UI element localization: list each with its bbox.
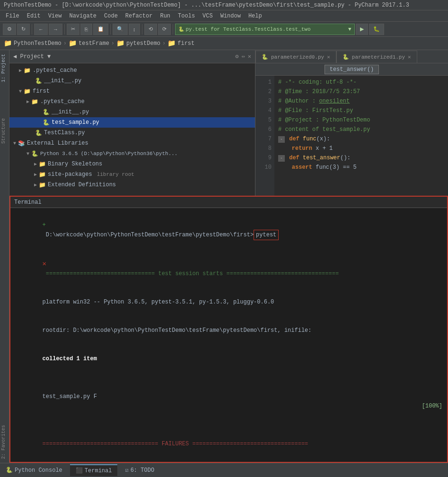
- chevron-icon: ▼: [19, 89, 22, 94]
- tree-item-testclass[interactable]: 🐍 TestClass.py: [9, 128, 255, 138]
- testframe-folder-icon: 📁: [69, 39, 77, 47]
- first-folder-icon: 📁: [167, 39, 176, 47]
- terminal-prompt-line: + D:\workcode\python\PythonTestDemo\test…: [15, 211, 442, 250]
- terminal-blank1: [15, 373, 442, 382]
- toolbar-forward-btn[interactable]: →: [49, 24, 62, 35]
- tab-parameterized0[interactable]: 🐍 parameterized0.py ✕: [255, 51, 336, 63]
- platform-text: platform win32 -- Python 3.6.5, pytest-3…: [43, 299, 274, 305]
- tree-item-pytest-cache-first[interactable]: ▶ 📁 .pytest_cache: [9, 96, 255, 107]
- project-close-icon[interactable]: ✕: [248, 53, 251, 60]
- tree-item-pytest-cache[interactable]: ▶ 📁 .pytest_cache: [9, 65, 255, 76]
- tab-label: parameterized1.py: [352, 54, 405, 60]
- fold-icon-7[interactable]: -: [278, 136, 285, 143]
- breadcrumb-pytestdemo[interactable]: 📁 pytestDemo: [116, 39, 160, 47]
- file-py-icon: 🐍: [35, 130, 42, 137]
- file-py-icon: 🐍: [43, 109, 50, 116]
- tree-item-init2[interactable]: 🐍 __init__.py: [9, 107, 255, 117]
- tree-item-init1[interactable]: 🐍 __init__.py: [9, 76, 255, 86]
- menu-run[interactable]: Run: [157, 12, 173, 20]
- folder-icon: 📁: [24, 88, 31, 95]
- tree-item-binary-skeletons[interactable]: ▶ 📁 Binary Skeletons: [9, 159, 255, 169]
- pytestdemo-folder-icon: 📁: [116, 39, 124, 47]
- terminal-failures-line: ================================== FAILU…: [15, 430, 442, 458]
- menu-help[interactable]: Help: [246, 12, 265, 20]
- python-icon: 🐍: [31, 150, 38, 157]
- toolbar-cut-btn[interactable]: ✂: [67, 24, 79, 35]
- toolbar-copy-btn[interactable]: ⎘: [80, 24, 92, 35]
- tab-parameterized1[interactable]: 🐍 parameterized1.py ✕: [336, 51, 417, 63]
- menu-tools[interactable]: Tools: [175, 12, 198, 20]
- vert-label-favorites[interactable]: 2: Favorites: [0, 421, 9, 463]
- vert-labels: 1: Project Structure 2: Favorites: [0, 50, 9, 463]
- test-answer-badge[interactable]: test_answer(): [325, 65, 379, 74]
- vert-label-structure[interactable]: Structure: [0, 114, 9, 147]
- toolbar-redo-btn[interactable]: ⟳: [158, 24, 171, 35]
- terminal-icon: ⬛: [76, 467, 83, 474]
- project-settings-icon[interactable]: ⚙: [235, 53, 238, 60]
- tree-item-site-packages[interactable]: ▶ 📁 site-packages library root: [9, 169, 255, 180]
- tree-item-external-libs[interactable]: ▼ 📚 External Libraries: [9, 138, 255, 148]
- code-line-9: - def test_answer():: [278, 153, 444, 163]
- breadcrumb-sep-3: ›: [162, 40, 166, 47]
- fold-icon-9[interactable]: -: [278, 155, 285, 162]
- terminal-panel: Terminal + D:\workcode\python\PythonTest…: [9, 196, 448, 463]
- tree-label: __init__.py: [52, 109, 89, 115]
- chevron-icon: ▶: [26, 99, 29, 104]
- toolbar-project-btn[interactable]: ⚙: [3, 24, 16, 35]
- toolbar-paste-btn[interactable]: 📋: [93, 24, 108, 35]
- toolbar-search-btn[interactable]: 🔍: [113, 24, 128, 35]
- project-title: ◀ Project ▼: [13, 53, 51, 60]
- menu-navigate[interactable]: Navigate: [66, 12, 99, 20]
- todo-icon: ☑: [125, 467, 128, 474]
- tree-label: .pytest_cache: [40, 98, 85, 105]
- vert-label-project[interactable]: 1: Project: [0, 50, 9, 86]
- menu-file[interactable]: File: [3, 12, 22, 20]
- breadcrumb-testframe[interactable]: 📁 testFrame: [69, 39, 109, 47]
- menu-vcs[interactable]: VCS: [200, 12, 216, 20]
- terminal-platform-line: platform win32 -- Python 3.6.5, pytest-3…: [15, 288, 442, 316]
- project-expand-icon[interactable]: ⇔: [242, 53, 245, 60]
- toolbar-undo-btn[interactable]: ⟲: [144, 24, 157, 35]
- toolbar-divider-4: [142, 24, 142, 35]
- library-root-label: library root: [97, 172, 134, 177]
- tree-item-python365[interactable]: ▼ 🐍 Python 3.6.5 (D:\app\Python\Python36…: [9, 148, 255, 159]
- toolbar-back-btn[interactable]: ←: [34, 24, 48, 35]
- tab-icon: 🐍: [343, 54, 349, 60]
- breadcrumb-first[interactable]: 📁 first: [167, 39, 194, 47]
- rootdir-text: rootdir: D:\workcode\python\PythonTestDe…: [43, 327, 312, 334]
- breadcrumb-root[interactable]: 📁 PythonTestDemo: [4, 39, 61, 47]
- tab-icon: 🐍: [262, 54, 268, 60]
- toolbar-sync-btn[interactable]: ↻: [17, 24, 30, 35]
- python-console-icon: 🐍: [6, 467, 13, 474]
- tree-item-first[interactable]: ▼ 📁 first: [9, 86, 255, 96]
- tab-close-icon[interactable]: ✕: [327, 54, 330, 60]
- menu-view[interactable]: View: [45, 12, 65, 20]
- terminal-body[interactable]: + D:\workcode\python\PythonTestDemo\test…: [10, 208, 447, 462]
- terminal-collected-line: collected 1 item: [15, 345, 442, 373]
- tree-label: __init__.py: [44, 78, 81, 84]
- menu-window[interactable]: Window: [218, 12, 244, 20]
- toolbar-replace-btn[interactable]: ↕: [129, 24, 140, 35]
- tab-close-icon[interactable]: ✕: [408, 54, 411, 60]
- root-folder-icon: 📁: [4, 39, 12, 47]
- debug-button[interactable]: 🐛: [369, 24, 384, 35]
- run-config-dropdown[interactable]: 🐍 py.test for TestClass.TestClass.test_t…: [175, 24, 355, 35]
- run-button[interactable]: ▶: [356, 24, 368, 35]
- status-tab-todo[interactable]: ☑ 6: TODO: [119, 465, 160, 476]
- code-line-7: - def func(x):: [278, 134, 444, 144]
- menu-edit[interactable]: Edit: [24, 12, 44, 20]
- tree-item-extended-defs[interactable]: ▶ 📁 Extended Definitions: [9, 180, 255, 190]
- title-bar: PythonTestDemo - [D:\workcode\python\Pyt…: [0, 0, 448, 10]
- menu-code[interactable]: Code: [101, 12, 121, 20]
- breadcrumb-first-label: first: [177, 40, 194, 47]
- code-line-8: return x + 1: [278, 144, 444, 153]
- tree-item-test-sample[interactable]: 🐍 test_sample.py: [9, 117, 255, 128]
- menu-refactor[interactable]: Refactor: [123, 12, 156, 20]
- status-tab-terminal[interactable]: ⬛ Terminal: [70, 464, 118, 476]
- terminal-blank2: [15, 420, 442, 430]
- status-tab-python-console[interactable]: 🐍 Python Console: [0, 465, 68, 476]
- run-config-label: py.test for TestClass.TestClass.test_two: [186, 26, 311, 32]
- editor-toolbar: test_answer(): [255, 63, 448, 76]
- editor-tabs: 🐍 parameterized0.py ✕ 🐍 parameterized1.p…: [255, 50, 448, 63]
- chevron-icon: ▶: [34, 172, 37, 177]
